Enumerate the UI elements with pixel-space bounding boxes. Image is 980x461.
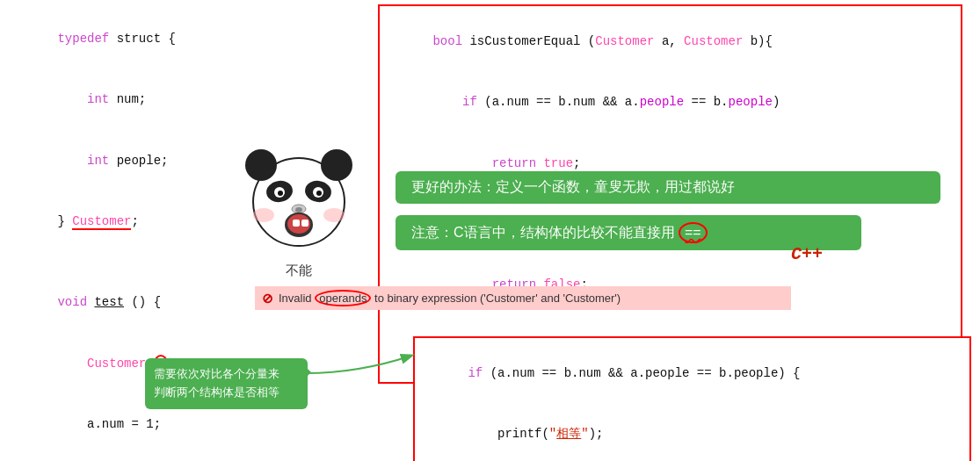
arrow-svg — [306, 347, 420, 400]
svg-point-1 — [245, 149, 277, 181]
tooltip-text: 需要依次对比各个分量来判断两个结构体是否相等 — [154, 367, 279, 399]
panda-area: 不能 — [224, 140, 374, 279]
rtc-line-2: if (a.num == b.num && a.people == b.peop… — [388, 72, 952, 133]
svg-rect-13 — [293, 220, 300, 227]
panda-label: 不能 — [224, 263, 374, 279]
code-line-5: void test () { — [13, 272, 242, 333]
svg-rect-14 — [301, 220, 309, 227]
code-line-4: } Customer; — [13, 191, 242, 252]
brc-line-1: if (a.num == b.num && a.people == b.peop… — [424, 343, 961, 404]
code-line-8: a.people = 1; — [13, 455, 242, 461]
error-bar: ⊘ Invalid operands to binary expression … — [255, 286, 791, 310]
cpp-annotation: C++ — [791, 244, 823, 264]
brc-line-2: printf("相等"); — [424, 404, 961, 461]
rtc-line-1: bool isCustomerEqual (Customer a, Custom… — [388, 11, 952, 72]
code-line-2: int num; — [13, 69, 242, 130]
svg-point-10 — [295, 207, 302, 212]
green-tooltip: 需要依次对比各个分量来判断两个结构体是否相等 — [145, 358, 308, 409]
operands-text: operands — [315, 290, 371, 306]
svg-point-8 — [316, 191, 322, 196]
svg-point-7 — [278, 191, 283, 196]
eq-symbol: == — [679, 222, 708, 243]
error-icon: ⊘ — [262, 291, 273, 306]
bottom-right-code-box: if (a.num == b.num && a.people == b.peop… — [413, 336, 971, 461]
code-line-3: int people; — [13, 131, 242, 191]
svg-point-16 — [323, 208, 345, 222]
error-text: Invalid operands to binary expression ('… — [279, 290, 621, 306]
panda-image — [242, 140, 356, 255]
code-line-1: typedef struct { — [13, 9, 242, 69]
svg-point-2 — [321, 149, 352, 181]
code-line-blank — [13, 252, 242, 272]
main-container: typedef struct { int num; int people; } … — [0, 0, 980, 461]
svg-point-15 — [253, 208, 274, 222]
green-bubble-1: 更好的办法：定义一个函数，童叟无欺，用过都说好 — [396, 171, 940, 204]
